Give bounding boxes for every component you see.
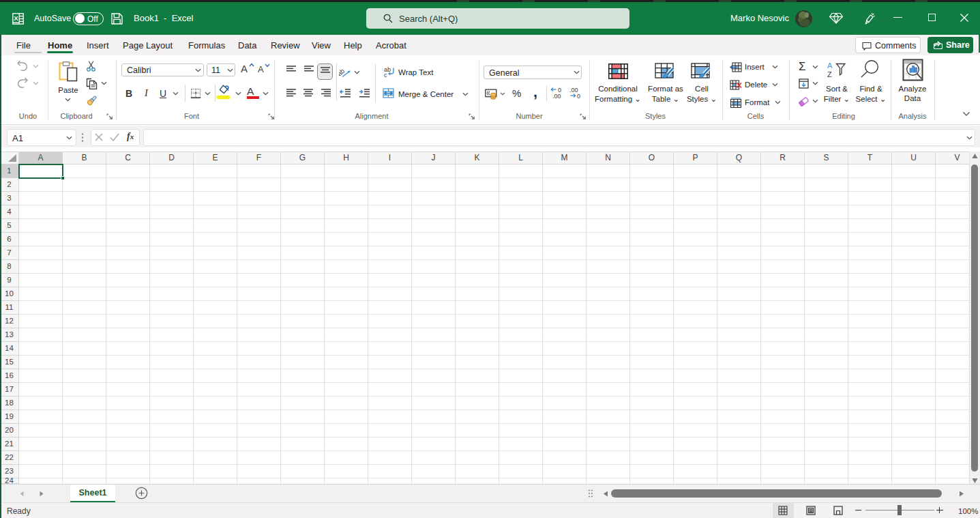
svg-text:ab: ab (339, 67, 346, 77)
svg-text:Z: Z (827, 70, 832, 78)
svg-text:X: X (14, 14, 18, 22)
svg-text:.00: .00 (552, 93, 561, 99)
svg-text:c: c (384, 72, 387, 78)
svg-text:A: A (827, 61, 833, 70)
svg-text:0: 0 (577, 93, 580, 99)
